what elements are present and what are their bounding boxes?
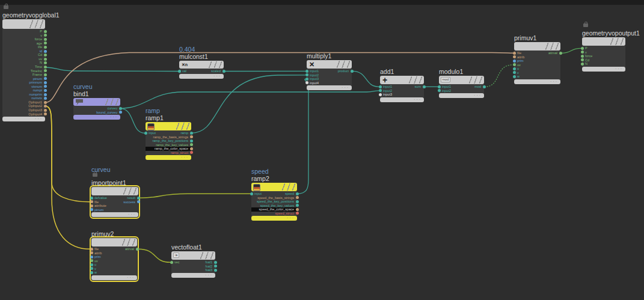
node-resize-bar[interactable]: · · · <box>179 74 224 79</box>
node-flags[interactable] <box>103 99 118 105</box>
wire-ramp1.ramp-to-multiply1.input2[interactable] <box>191 75 305 133</box>
input-port-v[interactable] <box>581 51 584 54</box>
node-resize-bar[interactable]: · · · <box>2 117 45 121</box>
wire-importpoint1.result-to-ramp2.input[interactable] <box>140 194 250 198</box>
node-ramp1[interactable]: ramp1rampinputrampramp_the_basis_strings… <box>146 122 191 160</box>
wire-geometryvopglobal1.OpInput2-to-importpoint1.file[interactable] <box>46 106 90 202</box>
input-port-input2[interactable] <box>438 89 441 92</box>
node-titlebar[interactable]: ⁞a <box>171 251 215 260</box>
node-mulconst1[interactable]: mulconst10.404✕nvalscaled· · · <box>179 61 224 79</box>
input-port-input1[interactable] <box>305 70 308 73</box>
node-flags[interactable] <box>121 188 136 195</box>
input-port-prim[interactable] <box>90 256 93 259</box>
output-port-speed[interactable] <box>296 192 299 195</box>
node-resize-bar[interactable]: · · · <box>251 216 297 221</box>
input-port-input3[interactable] <box>305 78 308 81</box>
node-vectofloat1[interactable]: vectofloat1⁞avecfval1fval2fval3· · · <box>171 251 215 278</box>
node-importpoint1[interactable]: importpoint1curveudefvalueresultfilesucc… <box>91 187 138 217</box>
node-resize-bar[interactable]: · · · <box>439 93 484 98</box>
input-port-attrib[interactable] <box>90 251 93 254</box>
output-port-life[interactable] <box>44 46 47 49</box>
output-port-OpInput1[interactable] <box>44 101 47 104</box>
node-geometryvopglobal1[interactable]: geometryvopglobal1PvforceagelifeidCduvNT… <box>2 19 45 121</box>
input-port-uv[interactable] <box>513 63 516 66</box>
output-port-Cd[interactable] <box>44 54 47 57</box>
output-port-id[interactable] <box>44 50 47 53</box>
output-port-OpInput2[interactable] <box>44 105 47 108</box>
input-port-prim[interactable] <box>513 60 516 63</box>
input-port-u[interactable] <box>513 67 516 70</box>
input-port-file[interactable] <box>90 248 93 251</box>
node-resize-bar[interactable]: · · · <box>73 115 120 120</box>
node-resize-bar[interactable]: · · · <box>582 67 625 72</box>
output-port-ramp_the_color_space[interactable] <box>190 147 193 150</box>
output-port-Frame[interactable] <box>44 73 47 76</box>
output-port-numvtx[interactable] <box>44 97 47 100</box>
input-port-input2[interactable] <box>379 89 382 92</box>
node-resize-bar[interactable]: · · · <box>146 155 191 160</box>
output-port-uv[interactable] <box>44 58 47 61</box>
node-geometryvopoutput1[interactable]: geometryvopoutput1PvforceCdN· · · <box>582 37 625 72</box>
node-flags[interactable] <box>407 76 422 84</box>
input-port-ptnum[interactable] <box>90 208 93 211</box>
node-titlebar[interactable]: ✕ <box>307 60 352 69</box>
output-port-OpInput3[interactable] <box>44 109 47 112</box>
input-port-u[interactable] <box>90 263 93 266</box>
node-multiply1[interactable]: multiply1✕input1productinput2input3input… <box>307 60 352 90</box>
output-port-result[interactable] <box>137 197 140 200</box>
node-bind1[interactable]: bind1curveucurveubound_curveu· · · <box>73 98 120 120</box>
output-port-speed_struct[interactable] <box>296 212 299 215</box>
node-flags[interactable] <box>198 252 213 259</box>
output-port-speed_the_color_space[interactable] <box>296 208 299 211</box>
output-port-curveu[interactable] <box>119 107 122 110</box>
node-titlebar[interactable] <box>514 42 560 51</box>
node-flags[interactable] <box>609 38 624 45</box>
node-resize-bar[interactable]: · · · <box>380 97 424 102</box>
output-port-fval2[interactable] <box>214 265 217 268</box>
input-port-input[interactable] <box>250 192 253 195</box>
node-primuv1[interactable]: primuv1fileattrvalattribprimuvuvw· · · <box>514 42 560 84</box>
input-port-P[interactable] <box>581 47 584 50</box>
wire-geometryvopglobal1.OpInput2-to-primuv2.file[interactable] <box>46 106 90 249</box>
wire-primuv2.attrval-to-vectofloat1.vec[interactable] <box>138 249 170 262</box>
node-resize-bar[interactable]: · · · <box>91 212 138 217</box>
wire-primuv1.attrval-to-geometryvopoutput1.P[interactable] <box>561 48 581 53</box>
input-port-v[interactable] <box>513 71 516 74</box>
input-port-vec[interactable] <box>170 261 173 264</box>
output-port-fval3[interactable] <box>214 269 217 272</box>
wire-bind1.curveu-to-add1.input2[interactable] <box>120 91 379 109</box>
node-resize-bar[interactable]: · · · <box>307 85 352 90</box>
output-port-numpt[interactable] <box>44 89 47 92</box>
node-titlebar[interactable]: mod <box>439 76 484 84</box>
output-port-force[interactable] <box>44 38 47 41</box>
input-port-w[interactable] <box>513 75 516 78</box>
input-port-file[interactable] <box>513 52 516 55</box>
node-titlebar[interactable] <box>2 19 45 29</box>
output-port-ramp[interactable] <box>190 132 193 135</box>
node-flags[interactable] <box>335 61 350 68</box>
input-port-Cd[interactable] <box>581 58 584 61</box>
output-port-ramp_struct[interactable] <box>190 151 193 154</box>
wire-modulo1.mod-to-primuv1.uv[interactable] <box>485 65 513 87</box>
input-port-input1[interactable] <box>438 85 441 88</box>
input-port-attrib[interactable] <box>513 55 516 58</box>
node-titlebar[interactable] <box>251 183 297 191</box>
output-port-ramp_the_basis_strings[interactable] <box>190 135 193 138</box>
node-flags[interactable] <box>467 76 482 84</box>
node-flags[interactable] <box>120 239 135 246</box>
input-port-input1[interactable] <box>379 85 382 88</box>
output-port-speed_the_key_values[interactable] <box>296 204 299 207</box>
output-port-attrval[interactable] <box>559 52 562 55</box>
output-port-speed_the_key_positions[interactable] <box>296 200 299 203</box>
node-resize-bar[interactable]: · · · <box>91 275 137 280</box>
node-flags[interactable] <box>174 123 189 130</box>
output-port-ramp_the_key_positions[interactable] <box>190 139 193 142</box>
output-port-ramp_the_key_values[interactable] <box>190 143 193 146</box>
node-titlebar[interactable] <box>91 238 137 246</box>
input-port-N[interactable] <box>581 63 584 66</box>
output-port-fval1[interactable] <box>214 261 217 264</box>
node-titlebar[interactable]: + <box>380 76 424 84</box>
output-port-TimeInc[interactable] <box>44 69 47 72</box>
output-port-attrval[interactable] <box>136 248 139 251</box>
input-port-input2[interactable] <box>305 73 308 76</box>
